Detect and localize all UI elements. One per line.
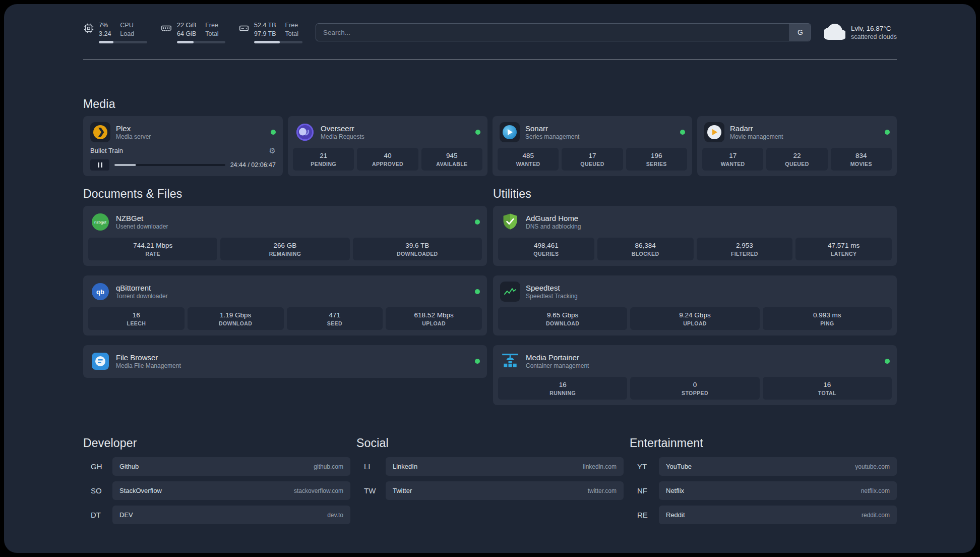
- service-card-filebrowser: File Browser Media File Management: [83, 345, 487, 378]
- stat-value: 498,461: [500, 242, 592, 249]
- service-link-speedtest[interactable]: Speedtest Speedtest Tracking: [498, 281, 892, 303]
- service-link-radarr[interactable]: Radarr Movie management: [702, 121, 892, 143]
- bookmark-row: LI LinkedIn linkedin.com: [356, 457, 624, 476]
- search-input[interactable]: [316, 24, 789, 41]
- section-title-media: Media: [83, 97, 897, 111]
- stat-value: 744.21 Mbps: [90, 242, 215, 249]
- service-link-sonarr[interactable]: Sonarr Series management: [498, 121, 687, 143]
- status-dot: [475, 289, 480, 294]
- search-bar: G: [316, 23, 811, 41]
- stat-value: 47.571 ms: [798, 242, 890, 249]
- stat-box: 40 APPROVED: [357, 148, 418, 171]
- stat-box: 47.571 ms LATENCY: [795, 238, 892, 260]
- stat-box: 86,384 BLOCKED: [597, 238, 694, 260]
- stat-label: WANTED: [500, 161, 557, 167]
- service-link-overseerr[interactable]: Overseerr Media Requests: [293, 121, 482, 143]
- bookmark-link-dev[interactable]: DEV dev.to: [112, 506, 350, 524]
- stat-value: 485: [500, 152, 557, 159]
- weather-text: Lviv, 16.87°C scattered clouds: [851, 25, 897, 40]
- section-title-developer: Developer: [83, 436, 350, 450]
- service-link-nzbget[interactable]: nzbget NZBGet Usenet downloader: [88, 211, 482, 233]
- memory-progress-fill: [177, 41, 194, 43]
- service-card-nzbget: nzbget NZBGet Usenet downloader 744.21 M…: [83, 206, 487, 266]
- memory-progress-bar: [177, 41, 225, 43]
- nzbget-title-block: NZBGet Usenet downloader: [116, 214, 168, 230]
- qbittorrent-icon: qb: [90, 282, 110, 302]
- service-link-plex[interactable]: Plex Media server: [88, 121, 278, 143]
- portainer-stats: 16 RUNNING 0 STOPPED 16 TOTAL: [498, 377, 892, 400]
- service-link-portainer[interactable]: Media Portainer Container management: [498, 350, 892, 372]
- service-subtitle: Media Requests: [321, 133, 364, 140]
- service-name: File Browser: [116, 353, 181, 362]
- stat-box: 834 MOVIES: [831, 148, 892, 171]
- status-dot: [680, 130, 685, 135]
- status-dot: [271, 130, 276, 135]
- filebrowser-title-block: File Browser Media File Management: [116, 353, 181, 369]
- radarr-icon: [704, 122, 724, 142]
- cpu-load-value: 3.24: [99, 30, 111, 38]
- bookmark-link-linkedin[interactable]: LinkedIn linkedin.com: [386, 457, 624, 476]
- bookmarks-developer: Developer GH Github github.com SO StackO…: [83, 436, 350, 530]
- speedtest-stats: 9.65 Gbps DOWNLOAD 9.24 Gbps UPLOAD 0.99…: [498, 307, 892, 330]
- stat-value: 0: [632, 381, 757, 388]
- stat-box: 39.6 TB DOWNLOADED: [353, 238, 482, 260]
- stat-label: WANTED: [704, 161, 761, 167]
- cpu-label-bottom: Load: [120, 30, 134, 38]
- svg-text:qb: qb: [96, 288, 104, 296]
- bookmark-link-netflix[interactable]: Netflix netflix.com: [659, 481, 897, 500]
- stat-box: 618.52 Mbps UPLOAD: [386, 307, 482, 330]
- section-title-utilities: Utilities: [493, 187, 897, 201]
- bookmark-row: SO StackOverflow stackoverflow.com: [83, 481, 350, 500]
- service-name: NZBGet: [116, 214, 168, 222]
- media-progress-bar[interactable]: [114, 164, 225, 166]
- bookmark-abbr: RE: [630, 511, 659, 519]
- bookmark-link-github[interactable]: Github github.com: [112, 457, 350, 476]
- stat-value: 618.52 Mbps: [388, 311, 480, 319]
- bookmark-url: reddit.com: [862, 512, 890, 519]
- bookmarks-entertainment: Entertainment YT YouTube youtube.com NF …: [630, 436, 897, 530]
- bookmarks-social: Social LI LinkedIn linkedin.com TW Twitt…: [356, 436, 624, 506]
- service-subtitle: Usenet downloader: [116, 223, 168, 230]
- bookmark-name: DEV: [119, 511, 133, 519]
- stat-label: UPLOAD: [388, 320, 480, 326]
- stat-label: FILTERED: [699, 251, 791, 257]
- bookmark-abbr: NF: [630, 486, 659, 495]
- stat-label: UPLOAD: [632, 320, 757, 326]
- bookmark-link-reddit[interactable]: Reddit reddit.com: [659, 506, 897, 524]
- plex-icon: [90, 122, 110, 142]
- stat-label: RATE: [90, 251, 215, 257]
- overseerr-icon: [295, 122, 315, 142]
- pause-button[interactable]: [90, 159, 109, 171]
- stat-label: QUEUED: [768, 161, 825, 167]
- bookmark-link-twitter[interactable]: Twitter twitter.com: [386, 481, 624, 500]
- service-link-filebrowser[interactable]: File Browser Media File Management: [88, 350, 482, 372]
- disk-icon: [238, 23, 250, 34]
- stat-value: 86,384: [599, 242, 692, 249]
- status-dot: [885, 130, 890, 135]
- stat-value: 196: [628, 152, 685, 159]
- stat-label: RUNNING: [500, 390, 625, 396]
- stat-label: LEECH: [90, 320, 182, 326]
- weather-widget: Lviv, 16.87°C scattered clouds: [824, 24, 897, 41]
- stat-label: BLOCKED: [599, 251, 692, 257]
- disk-label-top: Free: [285, 21, 298, 30]
- stat-value: 834: [833, 152, 890, 159]
- service-link-adguard[interactable]: AdGuard Home DNS and adblocking: [498, 211, 892, 233]
- svg-text:nzbget: nzbget: [94, 220, 107, 225]
- search-provider-button[interactable]: G: [789, 24, 811, 41]
- topbar: 7% 3.24 CPU Load: [83, 20, 897, 44]
- utilities-column: Utilities: [493, 187, 897, 405]
- settings-gear-icon[interactable]: ⚙: [269, 147, 276, 154]
- topbar-divider: [83, 60, 897, 60]
- cpu-progress-fill: [99, 41, 113, 43]
- stat-box: 0 STOPPED: [630, 377, 759, 400]
- service-card-portainer: Media Portainer Container management 16 …: [493, 345, 897, 405]
- plex-now-playing: Bullet Train ⚙ 24:44 / 02:06:47: [88, 147, 278, 171]
- bookmark-link-stackoverflow[interactable]: StackOverflow stackoverflow.com: [112, 481, 350, 500]
- service-link-qbittorrent[interactable]: qb qBittorrent Torrent downloader: [88, 281, 482, 303]
- service-name: Sonarr: [525, 124, 579, 133]
- bookmark-link-youtube[interactable]: YouTube youtube.com: [659, 457, 897, 476]
- bookmark-url: github.com: [314, 463, 343, 470]
- bookmark-name: Reddit: [666, 511, 685, 519]
- weather-cloud-icon: [824, 24, 845, 41]
